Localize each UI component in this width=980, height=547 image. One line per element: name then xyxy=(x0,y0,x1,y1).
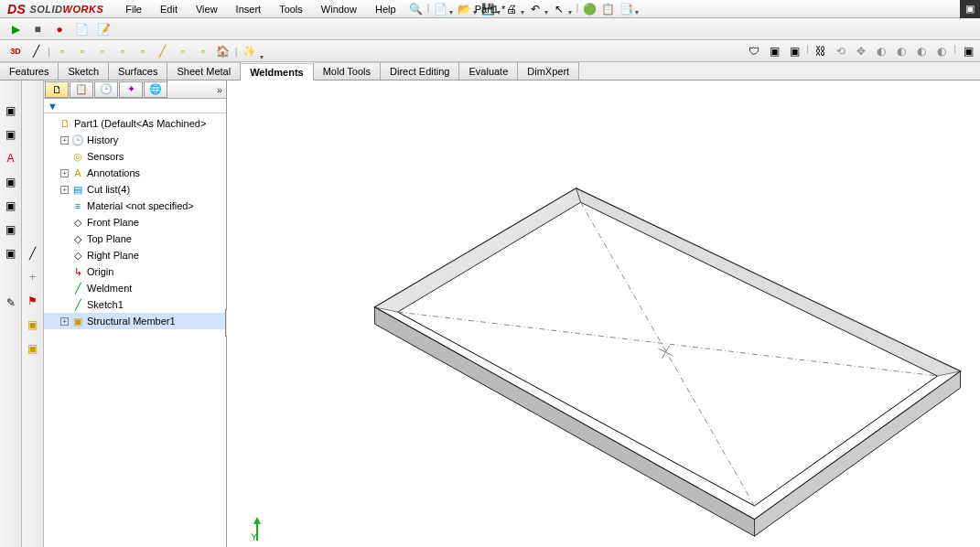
tree-material[interactable]: ≡ Material <not specified> xyxy=(44,198,226,214)
stop-icon[interactable]: ■ xyxy=(29,21,46,38)
ls1-icon-6[interactable]: ▣ xyxy=(3,221,19,238)
open-icon[interactable]: 📂 xyxy=(457,2,471,16)
feat-icon-home[interactable]: 🏠 xyxy=(215,43,232,59)
line-tool-icon[interactable]: ╱ xyxy=(27,43,44,59)
rf-icon-1[interactable]: 🛡 xyxy=(746,43,762,59)
tree-root[interactable]: 🗋 Part1 (Default<As Machined> xyxy=(44,115,226,132)
ls2-icon-5[interactable]: ▣ xyxy=(25,340,41,357)
print-icon[interactable]: 🖨 xyxy=(504,2,519,16)
feat-icon-8[interactable]: ▫ xyxy=(195,43,211,59)
feature-tree[interactable]: 🗋 Part1 (Default<As Machined> + 🕒 Histor… xyxy=(44,113,226,547)
tree-origin-label: Origin xyxy=(87,266,113,277)
tab-dimxpert[interactable]: DimXpert xyxy=(518,62,579,80)
ls2-icon-4[interactable]: ▣ xyxy=(25,316,41,333)
feat-icon-6[interactable]: ╱ xyxy=(155,43,171,59)
ls1-icon-1[interactable]: ▣ xyxy=(3,102,19,119)
fm-tab-3[interactable]: 🕒 xyxy=(94,81,118,98)
ls1-icon-3[interactable]: A xyxy=(3,150,19,166)
fm-tab-4[interactable]: ✦ xyxy=(119,81,143,98)
tree-annotations[interactable]: + A Annotations xyxy=(44,165,226,181)
options-icon[interactable]: 📋 xyxy=(600,2,615,16)
rebuild-icon[interactable]: 🟢 xyxy=(582,2,597,16)
new-macro-icon[interactable]: 📄 xyxy=(73,21,90,38)
play-icon[interactable]: ▶ xyxy=(7,21,24,38)
rf-icon-4[interactable]: ⛓ xyxy=(813,43,829,59)
expand-icon[interactable]: + xyxy=(60,317,69,326)
select-icon[interactable]: ↖ xyxy=(552,2,566,16)
tree-root-label: Part1 (Default<As Machined> xyxy=(74,118,206,129)
new-icon[interactable]: 📄 xyxy=(433,2,447,16)
edit-macro-icon[interactable]: 📝 xyxy=(95,21,112,38)
tree-history[interactable]: + 🕒 History xyxy=(44,132,226,148)
tree-right-plane[interactable]: ◇ Right Plane xyxy=(44,247,226,263)
rf-icon-2[interactable]: ▣ xyxy=(766,43,782,59)
feat-icon-2[interactable]: ▫ xyxy=(74,43,91,59)
rf-icon-9[interactable]: ◐ xyxy=(913,43,930,59)
menu-edit[interactable]: Edit xyxy=(153,2,185,16)
left-tool-strip-2: ╱ + ⚑ ▣ ▣ xyxy=(22,80,44,547)
tree-sensors[interactable]: ◎ Sensors xyxy=(44,148,226,165)
fm-tab-overflow-icon[interactable]: » xyxy=(217,84,222,95)
ls1-icon-4[interactable]: ▣ xyxy=(3,174,19,190)
menu-help[interactable]: Help xyxy=(368,2,404,16)
ls1-icon-5[interactable]: ▣ xyxy=(3,198,19,214)
ls2-icon-1[interactable]: ╱ xyxy=(25,245,41,262)
feat-icon-1[interactable]: ▫ xyxy=(54,43,70,59)
rf-icon-11[interactable]: ▣ xyxy=(960,43,976,59)
tree-front-plane[interactable]: ◇ Front Plane xyxy=(44,214,226,231)
graphics-viewport[interactable]: Y xyxy=(227,80,980,547)
tab-direct-editing[interactable]: Direct Editing xyxy=(381,62,459,80)
rf-icon-8[interactable]: ◐ xyxy=(893,43,910,59)
ls1-icon-8[interactable]: ✎ xyxy=(3,295,19,311)
menu-tools[interactable]: Tools xyxy=(272,2,310,16)
feat-icon-5[interactable]: ▫ xyxy=(135,43,151,59)
rf-icon-5[interactable]: ⟲ xyxy=(833,43,849,59)
undo-icon[interactable]: ↶ xyxy=(528,2,543,16)
ls1-icon-2[interactable]: ▣ xyxy=(3,126,19,143)
search-icon[interactable]: 🔍 xyxy=(409,2,424,16)
tree-origin[interactable]: ↳ Origin xyxy=(44,263,226,280)
tab-features[interactable]: Features xyxy=(0,62,59,80)
menu-view[interactable]: View xyxy=(188,2,225,16)
tree-material-label: Material <not specified> xyxy=(87,200,194,211)
tree-cutlist[interactable]: + ▤ Cut list(4) xyxy=(44,181,226,198)
expand-icon[interactable]: + xyxy=(60,169,69,177)
menu-window[interactable]: Window xyxy=(314,2,364,16)
ls2-icon-2[interactable]: + xyxy=(25,269,41,285)
tab-sheet-metal[interactable]: Sheet Metal xyxy=(167,62,241,80)
tree-weldment-label: Weldment xyxy=(87,283,132,294)
tree-sketch1[interactable]: ╱ Sketch1 xyxy=(44,296,226,313)
ls2-icon-3[interactable]: ⚑ xyxy=(25,293,41,309)
feat-icon-4[interactable]: ▫ xyxy=(114,43,131,59)
sketch3d-icon[interactable]: 3D xyxy=(7,43,24,59)
fm-tab-5[interactable]: 🌐 xyxy=(144,81,167,98)
fm-filter[interactable]: ▼ xyxy=(44,99,226,113)
fm-tab-1[interactable]: 🗋 xyxy=(45,81,69,98)
menu-insert[interactable]: Insert xyxy=(229,2,269,16)
rf-icon-3[interactable]: ▣ xyxy=(786,43,802,59)
tab-mold-tools[interactable]: Mold Tools xyxy=(314,62,381,80)
tree-structural-member[interactable]: + ▣ Structural Member1 xyxy=(44,313,226,329)
tab-sketch[interactable]: Sketch xyxy=(59,62,109,80)
tab-evaluate[interactable]: Evaluate xyxy=(459,62,518,80)
feat-wizard-icon[interactable]: ✨ xyxy=(242,43,258,59)
svg-marker-8 xyxy=(375,307,755,536)
tree-weldment[interactable]: ╱ Weldment xyxy=(44,280,226,296)
dropdown-icon[interactable]: 📑 xyxy=(619,2,633,16)
feat-icon-7[interactable]: ▫ xyxy=(175,43,191,59)
record-icon[interactable]: ● xyxy=(51,21,68,38)
rf-icon-6[interactable]: ✥ xyxy=(853,43,869,59)
tree-annotations-label: Annotations xyxy=(87,167,140,178)
menu-file[interactable]: File xyxy=(118,2,149,16)
tree-top-plane[interactable]: ◇ Top Plane xyxy=(44,231,226,247)
expand-icon[interactable]: + xyxy=(60,186,69,194)
fm-tab-2[interactable]: 📋 xyxy=(70,81,93,98)
tab-surfaces[interactable]: Surfaces xyxy=(109,62,167,80)
tab-weldments[interactable]: Weldments xyxy=(241,63,313,80)
rf-icon-10[interactable]: ◐ xyxy=(933,43,950,59)
ls1-icon-7[interactable]: ▣ xyxy=(3,245,19,262)
expand-icon[interactable]: + xyxy=(60,136,69,145)
feat-icon-3[interactable]: ▫ xyxy=(94,43,111,59)
window-control-icon[interactable]: ▣ xyxy=(960,0,980,18)
rf-icon-7[interactable]: ◐ xyxy=(873,43,889,59)
